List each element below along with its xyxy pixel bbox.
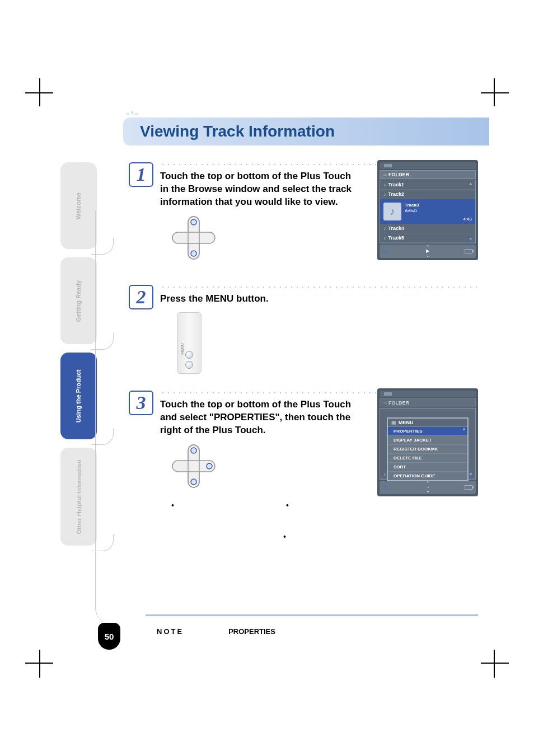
screen1-track4: Track4	[380, 224, 475, 233]
menu-button-icon: MENU	[177, 312, 202, 374]
screen1-counter: 6:30	[466, 238, 474, 242]
menu-popup: ▣ MENU PROPERTIES DISPLAY JACKET REGISTE…	[387, 417, 469, 481]
page-title: Viewing Track Information	[140, 123, 335, 140]
note-text: PROPERTIES	[228, 627, 275, 636]
menu-properties: PROPERTIES	[388, 426, 467, 435]
tab-other-info: Other Helpful Information	[60, 448, 97, 546]
note-label: NOTE	[157, 627, 184, 636]
tab-welcome-label: Welcome	[76, 192, 82, 219]
screen1-folder: FOLDER	[388, 172, 409, 177]
menu-operation-guide: OPERATION GUIDE	[388, 471, 467, 480]
svg-point-10	[207, 463, 212, 469]
menu-delete-file: DELETE FILE	[388, 453, 467, 462]
page-number: 50	[98, 623, 120, 650]
device-screen-menu: ═ FOLDER ▣ MENU PROPERTIES DISPLAY JACKE…	[377, 388, 478, 496]
battery-icon	[465, 485, 472, 490]
menu-header-label: MENU	[399, 420, 414, 425]
tab-other-label: Other Helpful Information	[76, 459, 82, 534]
screen1-track2: Track2	[380, 190, 475, 199]
screen1-track5: Track5	[380, 233, 475, 243]
screen1-track3: Track3	[405, 203, 419, 208]
bullets-row-2: •	[283, 532, 478, 541]
battery-icon	[465, 249, 472, 253]
step-1: 1 Touch the top or bottom of the Plus To…	[129, 162, 478, 262]
note-row: NOTE PROPERTIES	[157, 627, 275, 636]
svg-point-9	[191, 479, 196, 485]
svg-rect-1	[172, 232, 215, 243]
menu-register-bookmk: REGISTER BOOKMK	[388, 444, 467, 453]
note-divider	[146, 614, 478, 616]
step-3: 3 Touch the top or bottom of the Plus To…	[129, 391, 478, 541]
svg-point-3	[191, 219, 196, 225]
tab-using-label: Using the Product	[76, 369, 82, 422]
nav-control-icon: ⌃→⌄	[425, 481, 430, 494]
screen1-track1: Track1	[380, 180, 475, 190]
svg-point-4	[191, 251, 196, 256]
shuffle-icon: ⤮	[383, 248, 387, 255]
step-3-number: 3	[129, 391, 153, 415]
side-tabs: Welcome Getting Ready Using the Product …	[60, 162, 97, 554]
screen1-selected: ♪ Track3 Artist1 4:48	[380, 199, 475, 224]
bullets-row-1: ••	[171, 501, 478, 510]
step-2-text: Press the MENU button.	[160, 293, 362, 306]
tab-welcome: Welcome	[60, 162, 97, 249]
menu-display-jacket: DISPLAY JACKET	[388, 435, 467, 444]
device-screen-browse: ═ FOLDER Track1 Track2 ♪ Track3 Artist1 …	[377, 160, 478, 260]
title-decoration: ○ ° ○	[126, 111, 138, 117]
step-1-number: 1	[129, 162, 153, 187]
shuffle-icon: ⤮	[383, 484, 387, 490]
step-1-text: Touch the top or bottom of the Plus Touc…	[160, 170, 362, 209]
tab-getting-ready: Getting Ready	[60, 257, 97, 344]
tab-getting-label: Getting Ready	[76, 280, 82, 322]
screen2-folder: FOLDER	[388, 400, 409, 406]
step-2-number: 2	[129, 285, 153, 309]
play-control-icon: ⌃▶⌄	[426, 245, 430, 257]
menu-btn-label: MENU	[180, 343, 184, 355]
step-3-text: Touch the top or bottom of the Plus Touc…	[160, 398, 362, 437]
svg-point-8	[191, 448, 196, 453]
tab-using-product: Using the Product	[60, 353, 97, 439]
screen1-artist1: Artist1	[405, 208, 418, 213]
menu-sort: SORT	[388, 462, 467, 471]
title-bar: Viewing Track Information	[123, 118, 489, 145]
step-2: 2 Press the MENU button. MENU	[129, 285, 478, 374]
